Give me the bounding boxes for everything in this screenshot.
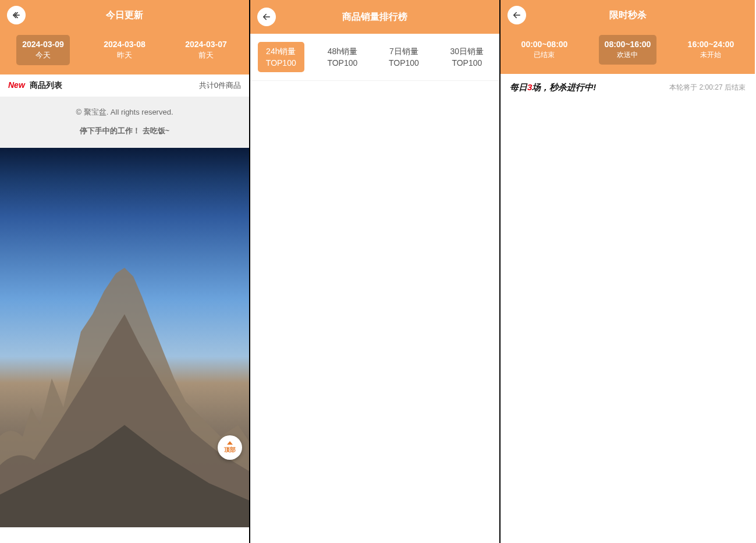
slogan-prefix: 每日 [510,82,527,92]
tab-slot-3[interactable]: 16:00~24:00 未开始 [682,35,740,65]
tab-date-label: 2024-03-09 [22,40,64,49]
panel-flash-sale: 限时秒杀 00:00~08:00 已结束 08:00~16:00 欢送中 16:… [501,0,755,543]
copyright-text: © 聚宝盆. All rights reserved. [6,107,243,118]
ranking-tabs: 24h销量 TOP100 48h销量 TOP100 7日销量 TOP100 30… [250,34,499,81]
tab-label: 7日销量 [389,47,418,57]
tab-time-range: 16:00~24:00 [688,40,734,49]
header: 限时秒杀 [501,0,755,30]
timer-suffix: 后结束 [723,83,746,91]
tab-sublabel: TOP100 [327,58,357,68]
panel-today-updates: 今日更新 2024-03-09 今天 2024-03-08 昨天 2024-03… [0,0,250,543]
tab-date-label: 2024-03-08 [104,40,145,49]
footer-block: © 聚宝盆. All rights reserved. 停下手中的工作！ 去吃饭… [0,97,249,148]
tab-48h-sales[interactable]: 48h销量 TOP100 [319,42,365,72]
tab-status: 欢送中 [617,50,638,60]
tab-label: 24h销量 [266,47,296,57]
time-slot-tabs: 00:00~08:00 已结束 08:00~16:00 欢送中 16:00~24… [501,30,755,74]
header: 商品销量排行榜 [250,0,499,34]
date-tabs: 2024-03-09 今天 2024-03-08 昨天 2024-03-07 前… [0,30,249,74]
tab-time-range: 00:00~08:00 [521,40,568,49]
countdown-text: 本轮将于 2:00:27 后结束 [669,83,746,93]
tab-slot-1[interactable]: 00:00~08:00 已结束 [516,35,574,65]
back-button[interactable] [257,8,276,26]
hero-image: 顶部 [0,148,249,527]
tab-sublabel: TOP100 [266,58,296,68]
arrow-left-icon [261,12,272,22]
footer-message: 停下手中的工作！ 去吃饭~ [6,126,243,136]
list-title: 商品列表 [30,80,62,90]
fab-label: 顶部 [224,446,236,454]
arrow-left-icon [11,10,22,20]
tab-date-sub: 前天 [198,50,214,61]
tab-time-range: 08:00~16:00 [605,40,651,49]
tab-date-sub: 今天 [36,50,51,61]
rock-formation-icon [0,262,249,527]
tab-sublabel: TOP100 [452,58,482,68]
tab-date-label: 2024-03-07 [185,40,227,49]
tab-label: 30日销量 [450,47,484,57]
tab-slot-2[interactable]: 08:00~16:00 欢送中 [599,35,657,65]
flash-sale-info-row: 每日3场，秒杀进行中! 本轮将于 2:00:27 后结束 [501,74,755,101]
timer-prefix: 本轮将于 [669,83,699,91]
tab-30d-sales[interactable]: 30日销量 TOP100 [442,42,492,72]
tab-status: 已结束 [534,50,555,60]
back-button[interactable] [507,6,526,24]
page-title: 限时秒杀 [501,9,755,22]
header: 今日更新 [0,0,249,30]
tab-date-sub: 昨天 [117,50,132,61]
tab-24h-sales[interactable]: 24h销量 TOP100 [258,42,304,72]
page-title: 今日更新 [0,9,249,22]
tab-label: 48h销量 [328,47,357,57]
tab-status: 未开始 [700,50,721,60]
timer-value: 2:00:27 [700,83,723,91]
tab-date-yesterday[interactable]: 2024-03-08 昨天 [98,35,151,65]
chevron-up-icon [227,441,233,445]
tab-date-daybefore[interactable]: 2024-03-07 前天 [179,35,233,65]
tab-date-today[interactable]: 2024-03-09 今天 [16,35,70,65]
list-title-wrap: New 商品列表 [8,80,62,91]
item-count: 共计0件商品 [199,80,241,91]
new-badge: New [8,80,25,90]
page-title: 商品销量排行榜 [250,11,499,23]
panel-sales-ranking: 商品销量排行榜 24h销量 TOP100 48h销量 TOP100 7日销量 T… [250,0,501,543]
scroll-to-top-button[interactable]: 顶部 [218,435,242,460]
list-header: New 商品列表 共计0件商品 [0,74,249,97]
tab-7d-sales[interactable]: 7日销量 TOP100 [381,42,427,72]
arrow-left-icon [512,10,522,20]
tab-sublabel: TOP100 [389,58,419,68]
back-button[interactable] [7,6,26,24]
flash-sale-slogan: 每日3场，秒杀进行中! [510,82,596,93]
slogan-suffix: 场，秒杀进行中! [532,82,596,92]
